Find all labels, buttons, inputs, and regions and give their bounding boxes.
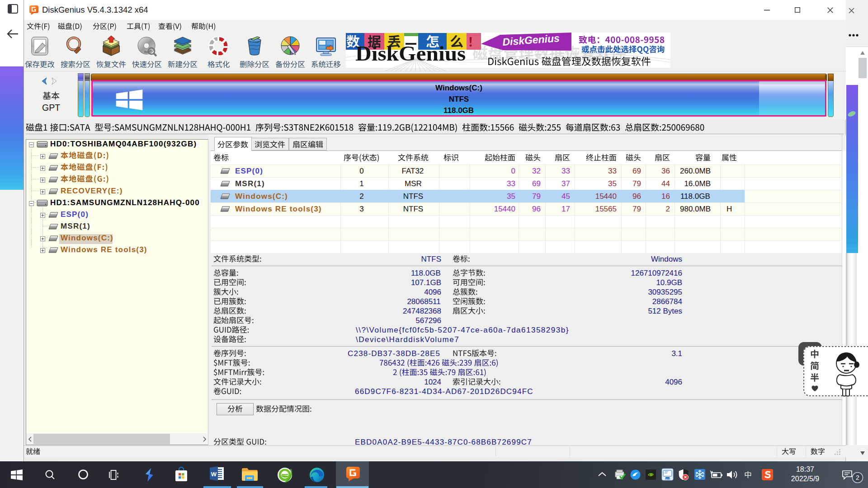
svg-text:intel: intel xyxy=(665,478,670,480)
svg-text:W: W xyxy=(211,471,217,478)
svg-text:2: 2 xyxy=(856,474,859,481)
